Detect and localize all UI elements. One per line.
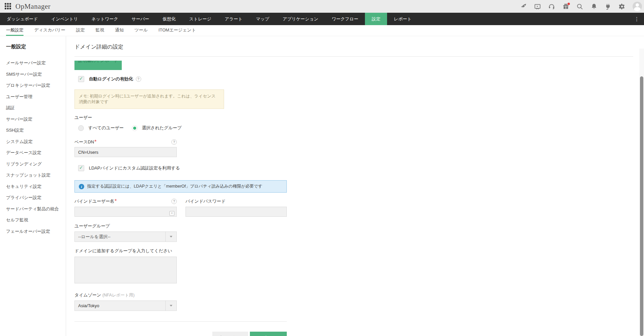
headset-icon[interactable] (548, 3, 555, 10)
nav-settings[interactable]: 設定 (365, 13, 387, 25)
presentation-icon[interactable] (534, 3, 541, 10)
all-users-label: すべてのユーザー (88, 125, 124, 131)
bind-username-help-icon[interactable]: ? (171, 199, 177, 204)
nav-overflow-icon[interactable]: ⋮ (630, 13, 644, 25)
bind-username-label: バインドユーザー名 (74, 198, 114, 204)
next-button[interactable]: 次へ (250, 332, 287, 336)
chevron-down-icon (165, 301, 176, 311)
tab-tools[interactable]: ツール (135, 25, 148, 36)
credentials-icon: * (169, 211, 174, 216)
sidebar-item-rebranding[interactable]: リブランディング (0, 158, 66, 170)
main-nav: ダッシュボード インベントリ ネットワーク サーバー 仮想化 ストレージ アラー… (0, 13, 644, 25)
selected-groups-radio[interactable] (132, 125, 138, 131)
bind-username-input[interactable] (74, 207, 177, 217)
top-bar: OpManager (0, 0, 644, 13)
info-icon: i (79, 184, 84, 189)
sidebar-item-security[interactable]: セキュリティ設定 (0, 181, 66, 192)
info-banner: i 指定する認証設定には、LDAPクエリと「memberOf」プロパティ読み込み… (74, 180, 287, 193)
required-asterisk: * (115, 198, 117, 204)
scrollbar-track[interactable] (639, 49, 644, 336)
info-text: 指定する認証設定には、LDAPクエリと「memberOf」プロパティ読み込みの権… (87, 184, 262, 189)
tab-itom-agent[interactable]: ITOMエージェント (158, 25, 196, 36)
gear-icon[interactable] (619, 3, 626, 10)
ldap-custom-auth-checkbox[interactable] (78, 165, 84, 171)
nav-inventory[interactable]: インベントリ (45, 13, 85, 25)
nav-dashboard[interactable]: ダッシュボード (0, 13, 45, 25)
user-avatar[interactable] (633, 2, 642, 11)
sidebar-header: 一般設定 (6, 44, 66, 50)
sidebar-item-failover[interactable]: フェールオーバー設定 (0, 226, 66, 237)
bind-password-label: バインドパスワード (185, 198, 287, 204)
scrollbar-thumb[interactable] (640, 76, 643, 336)
plug-icon[interactable] (604, 3, 611, 10)
user-group-value: --ロールを選択-- (75, 234, 165, 240)
page-title: ドメイン詳細の設定 (74, 44, 633, 51)
cancel-button[interactable]: キャンセル (212, 332, 248, 336)
group-input-label: ドメインに追加するグループを入力してください (74, 248, 287, 254)
timezone-select[interactable]: Asia/Tokyo (74, 300, 177, 311)
user-group-label: ユーザーグループ (74, 223, 287, 229)
timezone-hint: (NFAレポート用) (102, 293, 135, 297)
base-dn-label: ベースDN (74, 139, 94, 145)
sidebar-item-sms-server[interactable]: SMSサーバー設定 (0, 69, 66, 80)
base-dn-help-icon[interactable]: ? (171, 139, 177, 145)
sidebar-item-system[interactable]: システム設定 (0, 136, 66, 147)
nav-alerts[interactable]: アラート (218, 13, 249, 25)
footer-divider (74, 321, 287, 322)
nav-server[interactable]: サーバー (125, 13, 156, 25)
chevron-down-icon (165, 232, 176, 242)
timezone-value: Asia/Tokyo (75, 303, 165, 308)
auto-login-checkbox[interactable] (78, 76, 84, 82)
auto-login-help-icon[interactable]: ? (136, 76, 141, 82)
sidebar-item-server-settings[interactable]: サーバー設定 (0, 114, 66, 125)
sidebar-item-database[interactable]: データベース設定 (0, 147, 66, 158)
sidebar-item-authentication[interactable]: 認証 (0, 102, 66, 114)
tab-discovery[interactable]: ディスカバリー (34, 25, 65, 36)
nav-applications[interactable]: アプリケーション (276, 13, 325, 25)
base-dn-input[interactable] (74, 147, 177, 157)
import-certificate-button[interactable]: 証明書のインポート (74, 61, 122, 70)
nav-storage[interactable]: ストレージ (182, 13, 218, 25)
main-content: ドメイン詳細の設定 証明書のインポート 自動ログインの有効化 ? メモ: 初期ロ… (74, 36, 633, 336)
nav-maps[interactable]: マップ (249, 13, 276, 25)
user-section-label: ユーザー (74, 115, 287, 121)
search-icon[interactable] (576, 3, 583, 10)
sidebar-item-privacy[interactable]: プライバシー設定 (0, 192, 66, 203)
tab-monitoring[interactable]: 監視 (96, 25, 104, 36)
sidebar-item-ssh[interactable]: SSH設定 (0, 125, 66, 136)
sidebar-item-thirdparty[interactable]: サードパーティ製品の統合 (0, 203, 66, 215)
gift-icon[interactable] (562, 3, 569, 10)
tab-settings[interactable]: 設定 (76, 25, 85, 36)
sidebar-item-snapshot[interactable]: スナップショット設定 (0, 170, 66, 181)
bind-password-input[interactable] (185, 207, 287, 217)
bell-icon[interactable] (590, 3, 597, 10)
tab-general-settings[interactable]: 一般設定 (6, 25, 23, 36)
auto-login-label: 自動ログインの有効化 (89, 76, 133, 82)
settings-sidebar: 一般設定 メールサーバー設定 SMSサーバー設定 プロキシサーバー設定 ユーザー… (0, 36, 66, 336)
all-users-radio[interactable] (78, 125, 84, 131)
app-logo: OpManager (15, 2, 51, 11)
app-grid-icon[interactable] (5, 3, 11, 10)
selected-groups-label: 選択されたグループ (142, 125, 182, 131)
nav-workflow[interactable]: ワークフロー (325, 13, 365, 25)
sidebar-item-mail-server[interactable]: メールサーバー設定 (0, 57, 66, 69)
timezone-label: タイムゾーン (NFAレポート用) (74, 292, 287, 298)
user-group-select[interactable]: --ロールを選択-- (74, 231, 177, 242)
nav-reports[interactable]: レポート (387, 13, 418, 25)
sidebar-item-user-management[interactable]: ユーザー管理 (0, 91, 66, 103)
notification-dot (568, 3, 570, 5)
ldap-custom-auth-label: LDAPバインドにカスタム認証設定を利用する (89, 165, 180, 171)
group-input-textarea[interactable] (74, 257, 177, 283)
nav-virtualization[interactable]: 仮想化 (156, 13, 182, 25)
tab-notification[interactable]: 通知 (115, 25, 124, 36)
required-asterisk: * (94, 139, 96, 145)
nav-network[interactable]: ネットワーク (85, 13, 125, 25)
sidebar-item-proxy-server[interactable]: プロキシサーバー設定 (0, 80, 66, 91)
memo-note: メモ: 初期ログイン時に1ユーザーが追加されます。これは、ライセンス消費の対象で… (74, 89, 224, 109)
sub-nav: 一般設定 ディスカバリー 設定 監視 通知 ツール ITOMエージェント (0, 25, 644, 36)
sidebar-item-self-monitoring[interactable]: セルフ監視 (0, 214, 66, 226)
rocket-icon[interactable] (520, 3, 527, 10)
